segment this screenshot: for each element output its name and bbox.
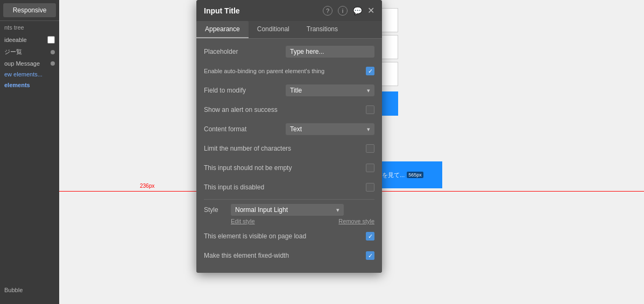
modal-header-icons: ? i 💬 ✕ xyxy=(323,5,374,16)
measure-label-236: 236px xyxy=(140,183,154,189)
list-dot xyxy=(51,50,55,54)
sidebar-item-group-msg: oup Message xyxy=(0,58,59,69)
group-msg-dot xyxy=(51,61,55,66)
style-select[interactable]: Normal Input Light xyxy=(231,204,344,216)
content-format-select[interactable]: Text xyxy=(286,123,374,135)
hideable-checkbox[interactable] xyxy=(47,36,55,44)
placeholder-input[interactable] xyxy=(286,46,374,58)
limit-chars-checkbox[interactable] xyxy=(366,144,374,153)
sidebar-section-tree: nts tree xyxy=(0,20,59,34)
chat-icon[interactable]: 💬 xyxy=(353,6,362,15)
remove-style-link[interactable]: Remove style xyxy=(338,218,374,224)
content-format-select-wrapper: Text xyxy=(286,123,374,135)
divider-1 xyxy=(204,199,374,200)
field-to-modify-row: Field to modify Title xyxy=(204,83,374,98)
show-alert-label: Show an alert on success xyxy=(204,106,366,114)
info-icon[interactable]: i xyxy=(338,6,348,16)
sidebar-bubble-label: Bubble xyxy=(4,287,23,293)
style-row: Style Normal Input Light xyxy=(204,204,374,216)
help-icon[interactable]: ? xyxy=(323,6,332,16)
limit-chars-label: Limit the number of characters xyxy=(204,145,366,152)
close-icon[interactable]: ✕ xyxy=(367,5,374,16)
edit-style-row: Edit style Remove style xyxy=(204,218,374,224)
modal-body: Placeholder Enable auto-binding on paren… xyxy=(196,39,382,273)
modal-dialog: Input Title ? i 💬 ✕ Appearance Condition… xyxy=(196,0,382,273)
visible-checkbox[interactable] xyxy=(366,232,374,241)
tab-transitions[interactable]: Transitions xyxy=(298,21,346,38)
show-alert-row: Show an alert on success xyxy=(204,102,374,117)
auto-bind-label: Enable auto-binding on parent element's … xyxy=(204,68,366,74)
sidebar-item-elements[interactable]: elements xyxy=(0,80,59,90)
fixed-width-row: Make this element fixed-width xyxy=(204,248,374,263)
disabled-row: This input is disabled xyxy=(204,180,374,195)
sidebar-item-list: ジー覧 xyxy=(0,46,59,58)
visible-label: This element is visible on page load xyxy=(204,232,366,240)
not-empty-label: This input should not be empty xyxy=(204,164,366,172)
edit-style-link[interactable]: Edit style xyxy=(231,218,255,224)
disabled-label: This input is disabled xyxy=(204,183,366,191)
modal-header: Input Title ? i 💬 ✕ xyxy=(196,0,382,21)
visible-row: This element is visible on page load xyxy=(204,229,374,244)
limit-chars-row: Limit the number of characters xyxy=(204,141,374,156)
modal-title: Input Title xyxy=(204,6,240,15)
tab-conditional[interactable]: Conditional xyxy=(249,21,298,38)
placeholder-row: Placeholder xyxy=(204,44,374,59)
show-alert-checkbox[interactable] xyxy=(366,105,374,114)
fixed-width-label: Make this element fixed-width xyxy=(204,252,366,259)
not-empty-checkbox[interactable] xyxy=(366,164,374,172)
field-to-modify-select[interactable]: Title xyxy=(286,84,374,96)
field-to-modify-label: Field to modify xyxy=(204,87,286,94)
style-label: Style xyxy=(204,206,231,214)
auto-bind-row: Enable auto-binding on parent element's … xyxy=(204,63,374,79)
field-to-modify-select-wrapper: Title xyxy=(286,84,374,96)
auto-bind-checkbox[interactable] xyxy=(366,67,374,75)
tab-appearance[interactable]: Appearance xyxy=(196,21,249,38)
left-sidebar: Responsive nts tree ideeable ジー覧 oup Mes… xyxy=(0,0,59,304)
placeholder-label: Placeholder xyxy=(204,48,286,55)
px-marker-565: 565px xyxy=(407,172,423,178)
responsive-button[interactable]: Responsive xyxy=(3,3,56,17)
modal-tabs: Appearance Conditional Transitions xyxy=(196,21,382,39)
style-select-wrapper: Normal Input Light xyxy=(231,204,344,216)
fixed-width-checkbox[interactable] xyxy=(366,251,374,260)
content-format-label: Content format xyxy=(204,125,286,133)
not-empty-row: This input should not be empty xyxy=(204,160,374,175)
sidebar-item-new-elements[interactable]: ew elements... xyxy=(0,69,59,80)
content-format-row: Content format Text xyxy=(204,122,374,137)
sidebar-item-hideable: ideeable xyxy=(0,34,59,46)
disabled-checkbox[interactable] xyxy=(366,183,374,192)
